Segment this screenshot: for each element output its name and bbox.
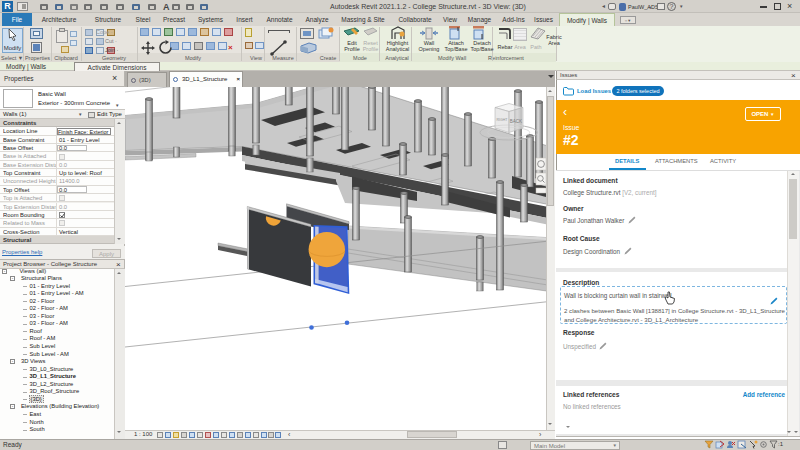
svg-text:BACK: BACK: [510, 119, 522, 124]
svg-text:RIGHT: RIGHT: [497, 118, 509, 122]
